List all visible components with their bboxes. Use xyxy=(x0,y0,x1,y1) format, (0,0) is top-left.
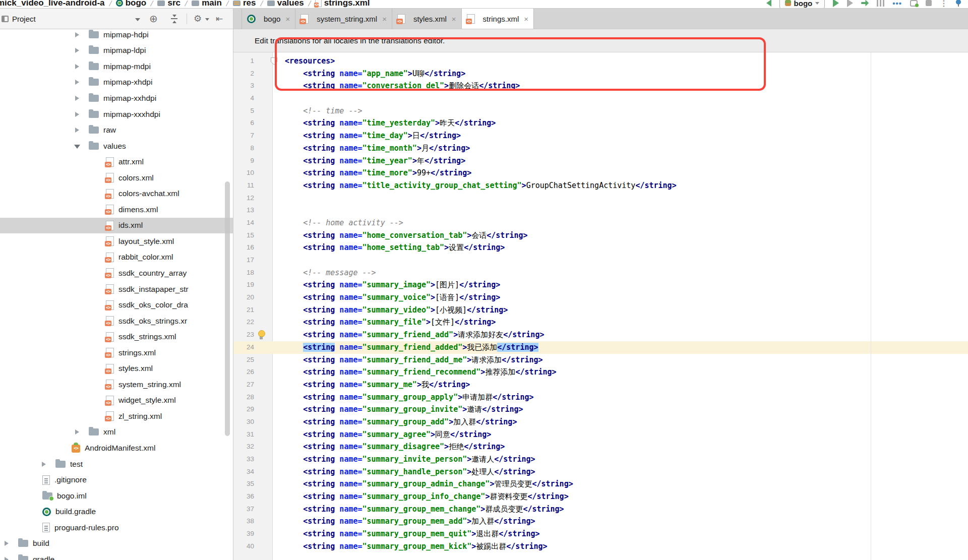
code-line-37[interactable]: 37 <string name="summary_group_mem_chang… xyxy=(233,503,968,516)
pin-icon[interactable] xyxy=(956,0,961,7)
code-line-21[interactable]: 21 <string name="summary_video">[小视频]</s… xyxy=(233,304,968,317)
code-line-22[interactable]: 22 <string name="summary_file">[文件]</str… xyxy=(233,316,968,329)
code-line-19[interactable]: 19 <string name="summary_image">[图片]</st… xyxy=(233,279,968,291)
code-line-9[interactable]: 9 <string name="time_year">年</string> xyxy=(233,155,968,167)
sync-device-icon[interactable] xyxy=(910,0,918,7)
breadcrumb-item[interactable]: res xyxy=(233,0,256,8)
tree-item-bogo.iml[interactable]: bogo.iml xyxy=(0,488,233,504)
close-icon[interactable]: × xyxy=(285,15,290,23)
tree-item-build.gradle[interactable]: build.gradle xyxy=(0,504,233,520)
code-line-26[interactable]: 26 <string name="summary_friend_recommen… xyxy=(233,366,968,379)
breadcrumb-item[interactable]: mick_video_live-android-a xyxy=(0,0,105,8)
tab-system_string.xml[interactable]: system_string.xml× xyxy=(295,9,392,29)
chevron-right-icon[interactable] xyxy=(74,31,81,38)
tree-item-colors.xml[interactable]: colors.xml xyxy=(0,170,233,186)
tab-bogo[interactable]: bogo× xyxy=(241,9,295,29)
tree-item-AndroidManifest.xml[interactable]: AndroidManifest.xml xyxy=(0,440,233,456)
chevron-right-icon[interactable] xyxy=(74,95,81,102)
chevron-right-icon[interactable] xyxy=(74,79,81,86)
chevron-down-icon[interactable] xyxy=(135,18,140,21)
breadcrumb-item[interactable]: strings.xml xyxy=(315,0,370,8)
code-line-20[interactable]: 20 <string name="summary_voice">[语音]</st… xyxy=(233,291,968,304)
breadcrumb-item[interactable]: src xyxy=(157,0,180,8)
close-icon[interactable]: × xyxy=(524,15,528,23)
tree-item-raw[interactable]: raw xyxy=(0,122,233,138)
code-line-10[interactable]: 10 <string name="time_more">99+</string> xyxy=(233,167,968,179)
tree-item-ssdk_strings.xml[interactable]: ssdk_strings.xml xyxy=(0,329,233,345)
locate-icon[interactable]: ⊕ xyxy=(149,13,158,25)
tree-item-rabbit_color.xml[interactable]: rabbit_color.xml xyxy=(0,250,233,266)
tree-item-zl_string.xml[interactable]: zl_string.xml xyxy=(0,408,233,424)
code-line-11[interactable]: 11 <string name="title_activity_group_ch… xyxy=(233,179,968,192)
tree-item-mipmap-xxxhdpi[interactable]: mipmap-xxxhdpi xyxy=(0,106,233,122)
project-panel-title[interactable]: Project xyxy=(12,15,36,23)
code-line-15[interactable]: 15 <string name="home_conversation_tab">… xyxy=(233,229,968,242)
run-config-combo[interactable]: bogo xyxy=(779,0,825,9)
code-line-8[interactable]: 8 <string name="time_month">月</string> xyxy=(233,142,968,155)
hide-panel-icon[interactable]: ⇤ xyxy=(216,14,223,24)
code-line-13[interactable]: 13 xyxy=(233,204,968,217)
code-line-24[interactable]: 24 <string name="summary_friend_added">我… xyxy=(233,341,968,354)
code-line-23[interactable]: 23 <string name="summary_friend_add">请求添… xyxy=(233,329,968,341)
close-icon[interactable]: × xyxy=(452,15,456,23)
code-line-4[interactable]: 4 xyxy=(233,92,968,105)
tree-item-widget_style.xml[interactable]: widget_style.xml xyxy=(0,393,233,409)
code-line-6[interactable]: 6 <string name="time_yesterday">昨天</stri… xyxy=(233,117,968,130)
chevron-right-icon[interactable] xyxy=(74,111,81,118)
breadcrumb-item[interactable]: values xyxy=(267,0,304,8)
code-line-18[interactable]: 18 <!-- message --> xyxy=(233,267,968,279)
tree-item-strings.xml[interactable]: strings.xml xyxy=(0,345,233,361)
chevron-right-icon[interactable] xyxy=(3,556,10,560)
code-line-7[interactable]: 7 <string name="time_day">日</string> xyxy=(233,130,968,142)
tree-item-system_string.xml[interactable]: system_string.xml xyxy=(0,377,233,393)
editor[interactable]: 1<resources>2 <string name="app_name">U聊… xyxy=(233,52,968,560)
code-area[interactable]: 1<resources>2 <string name="app_name">U聊… xyxy=(233,55,968,553)
code-line-1[interactable]: 1<resources> xyxy=(233,55,968,68)
profile-icon[interactable] xyxy=(847,0,853,7)
code-line-31[interactable]: 31 <string name="summary_agree">同意</stri… xyxy=(233,428,968,441)
tree-item-mipmap-ldpi[interactable]: mipmap-ldpi xyxy=(0,43,233,59)
code-line-3[interactable]: 3 <string name="conversation_del">删除会话</… xyxy=(233,80,968,92)
code-line-16[interactable]: 16 <string name="home_setting_tab">设置</s… xyxy=(233,241,968,254)
chevron-right-icon[interactable] xyxy=(3,540,10,547)
tree-item-ssdk_oks_color_dra[interactable]: ssdk_oks_color_dra xyxy=(0,297,233,313)
run-icon[interactable] xyxy=(833,0,839,7)
code-line-29[interactable]: 29 <string name="summary_group_invite">邀… xyxy=(233,403,968,416)
tree-item-attr.xml[interactable]: attr.xml xyxy=(0,154,233,170)
tree-item-dimens.xml[interactable]: dimens.xml xyxy=(0,202,233,218)
tree-item-proguard-rules.pro[interactable]: proguard-rules.pro xyxy=(0,520,233,536)
chevron-right-icon[interactable] xyxy=(74,47,81,54)
tab-styles.xml[interactable]: styles.xml× xyxy=(392,9,462,29)
breadcrumb-item[interactable]: main xyxy=(192,0,222,8)
tree-item-mipmap-mdpi[interactable]: mipmap-mdpi xyxy=(0,58,233,75)
tree-item-ssdk_instapaper_str[interactable]: ssdk_instapaper_str xyxy=(0,281,233,297)
debug-attach-icon[interactable] xyxy=(861,0,869,7)
chevron-right-icon[interactable] xyxy=(74,127,81,134)
overflow-icon[interactable]: ⋮ xyxy=(940,0,948,8)
scrollbar-thumb[interactable] xyxy=(225,181,230,436)
code-line-32[interactable]: 32 <string name="summary_disagree">拒绝</s… xyxy=(233,441,968,453)
breadcrumb-item[interactable]: bogo xyxy=(116,0,147,8)
columns-icon[interactable] xyxy=(877,0,884,7)
code-line-36[interactable]: 36 <string name="summary_group_info_chan… xyxy=(233,490,968,503)
code-line-2[interactable]: 2 <string name="app_name">U聊</string> xyxy=(233,68,968,80)
code-line-39[interactable]: 39 <string name="summary_group_mem_quit"… xyxy=(233,528,968,540)
tab-strings.xml[interactable]: strings.xml× xyxy=(462,9,534,29)
code-line-35[interactable]: 35 <string name="summary_group_admin_cha… xyxy=(233,478,968,490)
stop-icon[interactable] xyxy=(926,0,932,6)
code-line-33[interactable]: 33 <string name="summary_invite_person">… xyxy=(233,453,968,466)
collapse-all-icon[interactable] xyxy=(170,15,178,23)
code-line-17[interactable]: 17 xyxy=(233,254,968,267)
back-icon[interactable] xyxy=(766,0,771,7)
code-line-38[interactable]: 38 <string name="summary_group_mem_add">… xyxy=(233,515,968,528)
code-line-25[interactable]: 25 <string name="summary_friend_add_me">… xyxy=(233,354,968,366)
more-icon[interactable]: ••• xyxy=(892,0,902,8)
tree-item-values[interactable]: values xyxy=(0,138,233,154)
tree-item-mipmap-xhdpi[interactable]: mipmap-xhdpi xyxy=(0,75,233,91)
tree-item-test[interactable]: test xyxy=(0,456,233,472)
chevron-right-icon[interactable] xyxy=(40,461,47,468)
tree-item-gradle[interactable]: gradle xyxy=(0,551,233,560)
code-line-27[interactable]: 27 <string name="summary_me">我</string> xyxy=(233,379,968,391)
tree-item-layout_style.xml[interactable]: layout_style.xml xyxy=(0,233,233,250)
tree-item-ssdk_country_array[interactable]: ssdk_country_array xyxy=(0,265,233,281)
